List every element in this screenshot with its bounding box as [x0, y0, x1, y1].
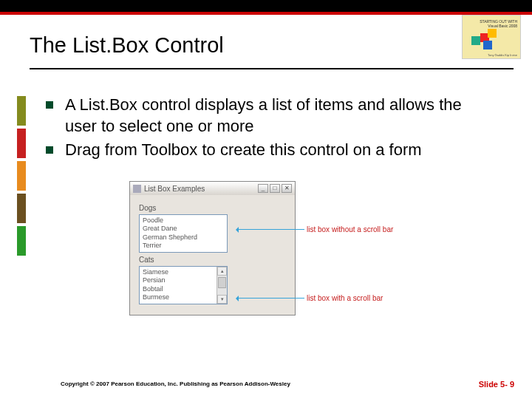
book-logo: STARTING OUT WITH Visual Basic 2008 Tony… — [462, 15, 521, 59]
list-item: Drag from Toolbox to create this control… — [46, 140, 497, 161]
bullet-text: A List.Box control displays a list of it… — [65, 95, 497, 137]
list-item[interactable]: Poodle — [143, 216, 224, 225]
left-color-stripes — [17, 96, 26, 259]
scrollbar[interactable]: ▴ ▾ — [216, 267, 227, 304]
list-item[interactable]: German Shepherd — [143, 233, 224, 242]
dogs-label: Dogs — [139, 204, 286, 212]
top-black-bar — [0, 0, 532, 12]
copyright-text: Copyright © 2007 Pearson Education, Inc.… — [61, 381, 290, 387]
list-item[interactable]: Bobtail — [143, 285, 214, 293]
logo-text-3: 2008 — [509, 24, 517, 28]
list-item[interactable]: Great Dane — [143, 225, 224, 233]
scroll-up-icon[interactable]: ▴ — [217, 267, 227, 276]
cats-label: Cats — [139, 256, 286, 264]
bullet-list: A List.Box control displays a list of it… — [46, 95, 497, 164]
arrow-icon — [236, 229, 304, 230]
scroll-down-icon[interactable]: ▾ — [217, 295, 227, 304]
logo-footer: Tony Gaddis Kip Irvine — [488, 53, 517, 57]
list-item[interactable]: Terrier — [143, 242, 224, 250]
cats-listbox[interactable]: Siamese Persian Bobtail Burmese ▴ ▾ — [139, 266, 228, 304]
minimize-button[interactable]: _ — [258, 184, 268, 193]
app-icon — [133, 185, 141, 193]
list-item[interactable]: Persian — [143, 276, 214, 284]
dogs-listbox[interactable]: Poodle Great Dane German Shepherd Terrie… — [139, 214, 228, 253]
annotation-no-scrollbar: list box without a scroll bar — [307, 225, 393, 233]
list-item: A List.Box control displays a list of it… — [46, 95, 497, 137]
window-title: List Box Examples — [144, 185, 258, 193]
red-accent-bar — [0, 12, 532, 15]
bullet-text: Drag from Toolbox to create this control… — [65, 140, 422, 161]
list-item[interactable]: Siamese — [143, 268, 214, 276]
scroll-thumb[interactable] — [218, 277, 226, 288]
titlebar: List Box Examples _ □ ✕ — [130, 182, 295, 195]
slide-number: Slide 5- 9 — [479, 380, 514, 389]
annotation-with-scrollbar: list box with a scroll bar — [307, 294, 383, 302]
bullet-icon — [46, 146, 53, 154]
logo-text-2: Visual Basic — [488, 24, 508, 28]
close-button[interactable]: ✕ — [282, 184, 292, 193]
bullet-icon — [46, 101, 53, 109]
scroll-track[interactable] — [217, 276, 227, 295]
maximize-button[interactable]: □ — [270, 184, 280, 193]
list-item[interactable]: Burmese — [143, 293, 214, 301]
title-underline — [30, 68, 514, 69]
slide-title: The List.Box Control — [30, 33, 224, 58]
example-window: List Box Examples _ □ ✕ Dogs Poodle Grea… — [129, 181, 296, 316]
arrow-icon — [236, 298, 304, 299]
